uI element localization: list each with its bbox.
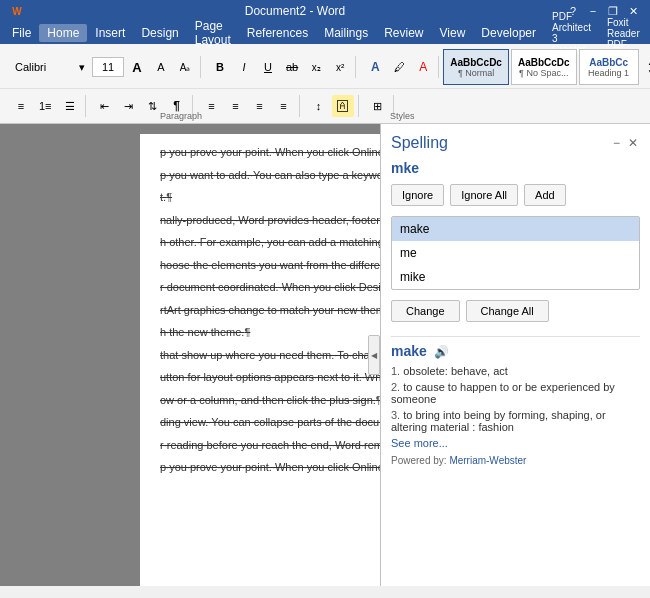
highlight-btn[interactable]: 🖊 <box>388 56 410 78</box>
styles-expand-btn[interactable]: ▲▼ <box>641 49 650 85</box>
bold-button[interactable]: B <box>209 56 231 78</box>
ignore-button[interactable]: Ignore <box>391 184 444 206</box>
spelling-panel: Spelling − ✕ mke Ignore Ignore All Add m… <box>380 124 650 586</box>
definition-word: make <box>391 343 427 359</box>
menu-foxit[interactable]: Foxit Reader PDF <box>599 15 648 52</box>
font-color-btn[interactable]: A <box>412 56 434 78</box>
speaker-icon[interactable]: 🔊 <box>434 345 449 359</box>
align-group: ≡ ≡ ≡ ≡ <box>197 95 300 117</box>
menu-design[interactable]: Design <box>133 24 186 42</box>
suggestion-make[interactable]: make <box>392 217 639 241</box>
suggestion-mike[interactable]: mike <box>392 265 639 289</box>
style-heading1[interactable]: AaBbCc Heading 1 <box>579 49 639 85</box>
change-all-button[interactable]: Change All <box>466 300 549 322</box>
text-effects-group: A 🖊 A <box>360 56 439 78</box>
ignore-all-button[interactable]: Ignore All <box>450 184 518 206</box>
spacing-group: ↕ 🄰 <box>304 95 359 117</box>
style-normal[interactable]: AaBbCcDc ¶ Normal <box>443 49 509 85</box>
document-area: p·you·prove·your·point.·When·you·click·O… <box>0 124 650 586</box>
align-center-btn[interactable]: ≡ <box>225 95 247 117</box>
menu-references[interactable]: References <box>239 24 316 42</box>
ribbon-row2: ≡ 1≡ ☰ ⇤ ⇥ ⇅ ¶ ≡ ≡ ≡ ≡ ↕ 🄰 ⊞ Paragraph S… <box>0 89 650 123</box>
menu-file[interactable]: File <box>4 24 39 42</box>
window-title: Document2 - Word <box>26 4 564 18</box>
menu-mailings[interactable]: Mailings <box>316 24 376 42</box>
add-button[interactable]: Add <box>524 184 566 206</box>
border-group: ⊞ <box>363 95 394 117</box>
multilevel-list-btn[interactable]: ☰ <box>59 95 81 117</box>
word-icon: W <box>8 3 26 19</box>
menu-page-layout[interactable]: Page Layout <box>187 17 239 49</box>
definition-3: 3. to bring into being by forming, shapi… <box>391 409 640 433</box>
text-effects-btn[interactable]: A <box>364 56 386 78</box>
italic-button[interactable]: I <box>233 56 255 78</box>
menu-home[interactable]: Home <box>39 24 87 42</box>
change-buttons: Change Change All <box>391 300 640 322</box>
definition-2: 2. to cause to happen to or be experienc… <box>391 381 640 405</box>
panel-header: Spelling − ✕ <box>391 134 640 152</box>
borders-btn[interactable]: ⊞ <box>367 95 389 117</box>
shading-btn[interactable]: 🄰 <box>332 95 354 117</box>
align-right-btn[interactable]: ≡ <box>249 95 271 117</box>
strikethrough-button[interactable]: ab <box>281 56 303 78</box>
definition-1: 1. obsolete: behave, act <box>391 365 640 377</box>
menu-review[interactable]: Review <box>376 24 431 42</box>
subscript-button[interactable]: x₂ <box>305 56 327 78</box>
underline-button[interactable]: U <box>257 56 279 78</box>
panel-expand-arrow[interactable]: ◀ <box>368 335 380 375</box>
powered-by: Powered by: Merriam-Webster <box>391 455 640 466</box>
change-button[interactable]: Change <box>391 300 460 322</box>
ribbon: Calibri ▾ A A Aₐ B I U ab x₂ x² A 🖊 A Aa… <box>0 44 650 124</box>
suggestion-me[interactable]: me <box>392 241 639 265</box>
suggestions-list: make me mike <box>391 216 640 290</box>
font-group: Calibri ▾ A A Aₐ <box>6 56 201 78</box>
styles-area: AaBbCcDc ¶ Normal AaBbCcDc ¶ No Spac... … <box>443 49 650 85</box>
increase-indent-btn[interactable]: ⇥ <box>118 95 140 117</box>
clear-format-btn[interactable]: Aₐ <box>174 56 196 78</box>
format-group: B I U ab x₂ x² <box>205 56 356 78</box>
align-left-btn[interactable]: ≡ <box>201 95 223 117</box>
superscript-button[interactable]: x² <box>329 56 351 78</box>
line-spacing-btn[interactable]: ↕ <box>308 95 330 117</box>
menu-developer[interactable]: Developer <box>473 24 544 42</box>
ribbon-row1: Calibri ▾ A A Aₐ B I U ab x₂ x² A 🖊 A Aa… <box>0 44 650 89</box>
menu-view[interactable]: View <box>432 24 474 42</box>
decrease-indent-btn[interactable]: ⇤ <box>94 95 116 117</box>
panel-title: Spelling <box>391 134 448 152</box>
panel-controls: − ✕ <box>611 134 640 152</box>
see-more-link[interactable]: See more... <box>391 437 640 449</box>
justify-btn[interactable]: ≡ <box>273 95 295 117</box>
menu-bar: File Home Insert Design Page Layout Refe… <box>0 22 650 44</box>
bullets-btn[interactable]: ≡ <box>10 95 32 117</box>
divider <box>391 336 640 337</box>
numbered-list-btn[interactable]: 1≡ <box>34 95 57 117</box>
font-selector[interactable]: Calibri ▾ <box>10 56 90 78</box>
font-grow-btn[interactable]: A <box>126 56 148 78</box>
panel-close-btn[interactable]: ✕ <box>626 134 640 152</box>
action-buttons: Ignore Ignore All Add <box>391 184 640 206</box>
font-shrink-btn[interactable]: A <box>150 56 172 78</box>
misspelled-word: mke <box>391 160 640 176</box>
panel-minimize-btn[interactable]: − <box>611 134 622 152</box>
paragraph-label: Paragraph <box>160 111 202 121</box>
font-size-input[interactable] <box>92 57 124 77</box>
merriam-webster-link[interactable]: Merriam-Webster <box>449 455 526 466</box>
definition-section: make 🔊 1. obsolete: behave, act 2. to ca… <box>391 343 640 466</box>
style-no-space[interactable]: AaBbCcDc ¶ No Spac... <box>511 49 577 85</box>
styles-label: Styles <box>390 111 415 121</box>
list-group: ≡ 1≡ ☰ <box>6 95 86 117</box>
menu-insert[interactable]: Insert <box>87 24 133 42</box>
definitions-list: 1. obsolete: behave, act 2. to cause to … <box>391 365 640 433</box>
